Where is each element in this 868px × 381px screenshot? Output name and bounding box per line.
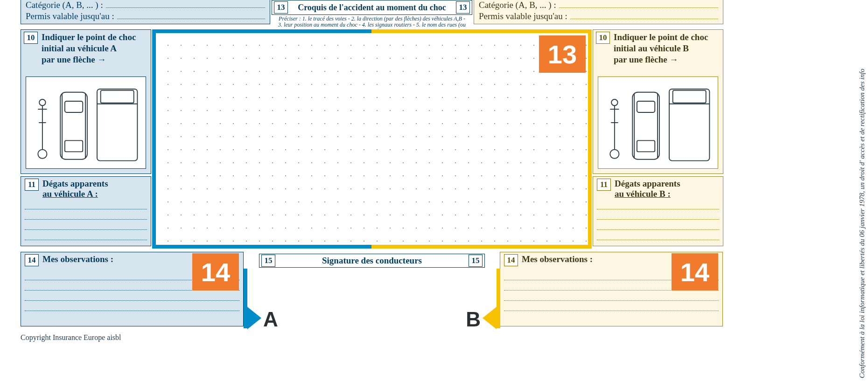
badge-14-a: 14 bbox=[192, 253, 239, 291]
numbox-14-b: 14 bbox=[504, 254, 518, 266]
numbox-11-b: 11 bbox=[597, 179, 611, 191]
copyright: Copyright Insurance Europe aisbl bbox=[21, 333, 121, 342]
svg-rect-10 bbox=[97, 89, 137, 161]
section-13-header: 13 Croquis de l'accident au moment du ch… bbox=[272, 0, 472, 15]
svg-rect-23 bbox=[669, 89, 709, 161]
section-11-a: 11 Dégats apparents au véhicule A : bbox=[21, 176, 151, 246]
svg-point-0 bbox=[39, 99, 45, 105]
yellow-bar bbox=[497, 269, 500, 328]
dotted-line[interactable] bbox=[25, 230, 147, 240]
section-10-a: 10 Indiquer le point de choc initial au … bbox=[21, 29, 151, 174]
svg-rect-11 bbox=[101, 90, 134, 103]
dotted-fill bbox=[559, 0, 718, 8]
dotted-fill bbox=[106, 0, 265, 8]
svg-rect-19 bbox=[637, 101, 655, 112]
section-15-header: 15 Signature des conducteurs 15 bbox=[259, 254, 485, 268]
dotted-line[interactable] bbox=[25, 220, 147, 230]
triangle-blue-icon bbox=[247, 307, 261, 329]
sec10b-l1: Indiquer le point de choc bbox=[614, 32, 708, 42]
dotted-line[interactable] bbox=[504, 301, 719, 311]
sec10b-l3: par une flèche → bbox=[614, 55, 678, 64]
svg-rect-6 bbox=[65, 101, 83, 112]
dotted-line[interactable] bbox=[25, 209, 147, 220]
section-13-subtitle: Préciser : 1. le tracé des voies - 2. la… bbox=[272, 16, 472, 35]
sec11b-l1: Dégats apparents bbox=[615, 179, 680, 189]
sec11a-l2: au véhicule A : bbox=[42, 189, 108, 199]
section-15-title: Signature des conducteurs bbox=[278, 256, 466, 266]
dotted-line[interactable] bbox=[597, 209, 719, 220]
sec14a-title: Mes observations : bbox=[42, 254, 113, 264]
categorie-label-a: Catégorie (A, B, ... ) : bbox=[26, 0, 103, 10]
dotted-line[interactable] bbox=[504, 291, 719, 301]
triangle-yellow-icon bbox=[483, 307, 497, 329]
dotted-line[interactable] bbox=[25, 291, 239, 301]
dotted-line[interactable] bbox=[25, 199, 147, 209]
letter-b: B bbox=[466, 308, 481, 331]
sec10a-l1: Indiquer le point de choc bbox=[42, 32, 136, 42]
dotted-fill bbox=[117, 12, 265, 19]
permis-row-a: Permis valable jusqu'au : bbox=[21, 11, 270, 24]
svg-point-3 bbox=[38, 150, 47, 159]
dotted-fill bbox=[570, 12, 718, 19]
section-11-b: 11 Dégats apparents au véhicule B : bbox=[593, 176, 723, 246]
svg-rect-24 bbox=[673, 90, 706, 103]
badge-14-b: 14 bbox=[672, 253, 718, 291]
signature-area[interactable]: A B bbox=[244, 269, 500, 328]
permis-label-a: Permis valable jusqu'au : bbox=[26, 11, 114, 21]
numbox-10-b: 10 bbox=[596, 32, 610, 44]
numbox-13-left: 13 bbox=[274, 1, 288, 14]
vehicle-diagram-b[interactable] bbox=[598, 76, 718, 169]
numbox-13-right: 13 bbox=[456, 1, 470, 14]
dotted-line[interactable] bbox=[25, 301, 239, 311]
section-10-b: 10 Indiquer le point de choc initial au … bbox=[593, 29, 723, 174]
vehicle-icons-a bbox=[30, 81, 142, 165]
dotted-line[interactable] bbox=[597, 220, 719, 230]
sec10a-l3: par une flèche → bbox=[42, 55, 106, 64]
badge-13: 13 bbox=[539, 35, 586, 73]
svg-point-13 bbox=[611, 99, 617, 105]
permis-label-b: Permis valable jusqu'au : bbox=[479, 11, 567, 21]
categorie-label-b: Catégorie (A, B, ... ) : bbox=[479, 0, 556, 10]
svg-point-16 bbox=[610, 150, 619, 159]
letter-a: A bbox=[263, 308, 278, 331]
sec11a-l1: Dégats apparents bbox=[42, 179, 108, 189]
vehicle-diagram-a[interactable] bbox=[26, 76, 146, 169]
blue-bar bbox=[244, 269, 247, 328]
svg-rect-7 bbox=[65, 140, 83, 152]
sec13-sub-l1: Préciser : 1. le tracé des voies - 2. la… bbox=[279, 15, 465, 22]
vehicle-icons-b bbox=[602, 81, 714, 165]
dotted-line[interactable] bbox=[597, 230, 719, 240]
sketch-grid[interactable] bbox=[156, 33, 588, 245]
section-13-title: Croquis de l'accident au moment du choc bbox=[291, 3, 453, 13]
vertical-legal-note: Conformément à la loi informatique et li… bbox=[857, 0, 867, 381]
sec10b-l2: initial au véhicule B bbox=[614, 43, 689, 53]
sec14b-title: Mes observations : bbox=[522, 254, 593, 264]
sec13-sub-l2: 3. leur position au moment du choc - 4. … bbox=[278, 21, 466, 34]
sec10a-l2: initial au véhicule A bbox=[42, 43, 117, 53]
sec11b-l2: au véhicule B : bbox=[615, 189, 680, 199]
svg-rect-20 bbox=[637, 140, 655, 152]
dotted-line[interactable] bbox=[597, 199, 719, 209]
numbox-14-a: 14 bbox=[25, 254, 39, 266]
numbox-15-left: 15 bbox=[261, 255, 275, 267]
numbox-11-a: 11 bbox=[25, 179, 39, 191]
permis-row-b: Permis valable jusqu'au : bbox=[474, 11, 723, 24]
numbox-10-a: 10 bbox=[24, 32, 38, 44]
numbox-15-right: 15 bbox=[469, 255, 483, 267]
